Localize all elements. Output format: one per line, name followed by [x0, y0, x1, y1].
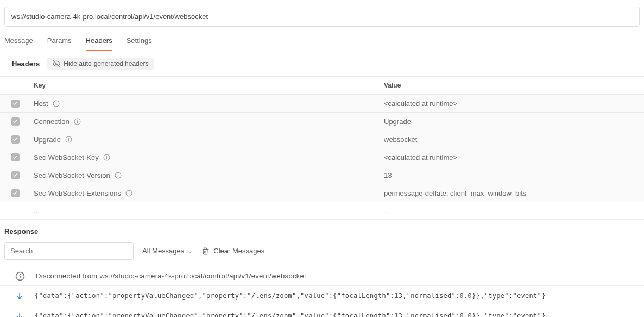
response-toolbar: All Messages Clear Messages — [0, 242, 644, 266]
row-checkbox[interactable] — [11, 153, 20, 161]
url-input[interactable]: ws://studio-camera-4k-pro.local/control/… — [4, 7, 640, 27]
row-checkbox[interactable] — [11, 117, 20, 126]
table-row[interactable]: Sec-WebSocket-Key <calculated at runtime… — [0, 148, 644, 166]
table-row[interactable]: Sec-WebSocket-Version 13 — [0, 166, 644, 184]
chevron-down-icon — [187, 248, 193, 254]
clear-messages-button[interactable]: Clear Messages — [201, 247, 264, 255]
table-row[interactable]: Upgrade websocket — [0, 130, 644, 148]
svg-point-2 — [56, 102, 56, 102]
row-checkbox[interactable] — [11, 189, 20, 197]
svg-point-14 — [118, 173, 118, 174]
message-row-info[interactable]: Disconnected from ws://studio-camera-4k-… — [0, 266, 644, 286]
header-key: Sec-WebSocket-Key — [34, 153, 99, 161]
filter-label: All Messages — [142, 247, 184, 255]
headers-title: Headers — [12, 60, 40, 68]
tab-params[interactable]: Params — [47, 36, 72, 51]
row-checkbox[interactable] — [11, 135, 20, 144]
info-icon[interactable] — [115, 172, 122, 179]
svg-point-11 — [106, 156, 107, 156]
tab-message[interactable]: Message — [4, 36, 33, 51]
header-value: <calculated at runtime> — [378, 95, 644, 112]
message-filter-select[interactable]: All Messages — [142, 247, 193, 255]
info-icon[interactable] — [103, 154, 110, 161]
table-row-empty: … … — [0, 202, 644, 219]
header-value: websocket — [378, 131, 644, 148]
clear-label: Clear Messages — [213, 247, 264, 255]
row-checkbox[interactable] — [11, 100, 20, 108]
response-title: Response — [0, 219, 644, 242]
info-icon[interactable] — [74, 118, 81, 125]
svg-point-17 — [129, 191, 129, 192]
message-row-incoming[interactable]: {"data":{"action":"propertyValueChanged"… — [0, 306, 644, 317]
message-text: {"data":{"action":"propertyValueChanged"… — [35, 292, 546, 300]
info-icon — [15, 272, 25, 279]
header-value: permessage-deflate; client_max_window_bi… — [378, 185, 644, 202]
tab-settings[interactable]: Settings — [127, 36, 152, 51]
tab-bar: Message Params Headers Settings — [0, 27, 644, 51]
header-key: Upgrade — [34, 135, 61, 144]
arrow-down-icon — [15, 291, 24, 300]
table-row[interactable]: Sec-WebSocket-Extensions permessage-defl… — [0, 184, 644, 202]
header-value: Upgrade — [378, 113, 644, 130]
search-input[interactable] — [4, 242, 134, 260]
headers-section-header: Headers Hide auto-generated headers — [0, 51, 644, 76]
hide-auto-label: Hide auto-generated headers — [64, 60, 148, 67]
row-checkbox[interactable] — [11, 171, 20, 179]
arrow-down-icon — [15, 312, 24, 317]
column-header-value: Value — [378, 77, 644, 94]
message-row-incoming[interactable]: {"data":{"action":"propertyValueChanged"… — [0, 285, 644, 306]
info-icon[interactable] — [125, 190, 132, 197]
message-text: {"data":{"action":"propertyValueChanged"… — [35, 312, 546, 317]
table-header-row: Key Value — [0, 77, 644, 95]
headers-table: Key Value Host <calculated at runtime> C… — [0, 76, 644, 219]
column-header-key: Key — [30, 77, 378, 94]
svg-point-5 — [77, 120, 78, 120]
tab-headers[interactable]: Headers — [86, 36, 112, 51]
header-value: 13 — [378, 167, 644, 184]
message-text: Disconnected from ws://studio-camera-4k-… — [36, 272, 306, 280]
header-key: Sec-WebSocket-Extensions — [34, 189, 121, 197]
header-key: Sec-WebSocket-Version — [34, 171, 110, 179]
header-key: Host — [34, 100, 48, 108]
trash-icon — [201, 247, 209, 255]
svg-point-20 — [20, 274, 21, 275]
table-row[interactable]: Host <calculated at runtime> — [0, 95, 644, 113]
eye-off-icon — [53, 60, 60, 67]
svg-point-8 — [68, 138, 69, 138]
info-icon[interactable] — [53, 100, 60, 107]
table-row[interactable]: Connection Upgrade — [0, 113, 644, 130]
info-icon[interactable] — [65, 136, 72, 143]
hide-auto-headers-button[interactable]: Hide auto-generated headers — [47, 58, 154, 70]
header-value: <calculated at runtime> — [378, 149, 644, 166]
header-key: Connection — [34, 117, 70, 126]
